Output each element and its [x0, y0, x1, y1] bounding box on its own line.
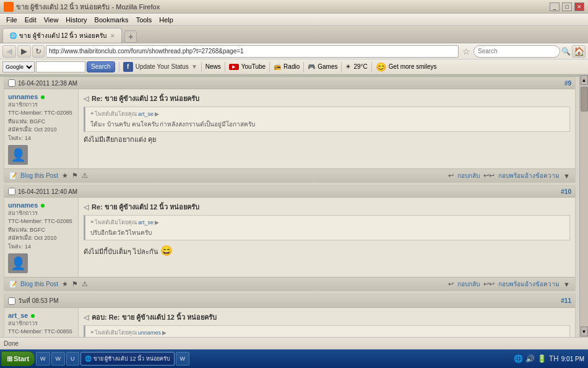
- post-title: ◁ คอบ: Re: ขาย คู้ข้างแต้ป 12 นิ้ว หน่อย…: [84, 312, 570, 323]
- separator-7: [371, 62, 372, 72]
- more-options-icon[interactable]: ▼: [563, 172, 570, 180]
- forum-area: 16-04-2011 12:38 AM #9 unnames สมาชิกถาว…: [0, 77, 579, 337]
- menu-view[interactable]: View: [40, 15, 63, 25]
- menu-history[interactable]: History: [62, 15, 90, 25]
- bookmark-star-icon[interactable]: ☆: [460, 45, 472, 58]
- reply-link[interactable]: กอบกลับ: [457, 171, 480, 180]
- new-tab-button[interactable]: +: [124, 30, 137, 43]
- user-posts-label: โพสะ: 14: [8, 134, 74, 143]
- browser-window: ขาย ผู้ช้างแต้ป 12 นิ้ว หน่อยครับ - Mozi…: [0, 0, 588, 368]
- volume-icon: 🔊: [525, 354, 535, 363]
- refresh-button[interactable]: ↻: [32, 45, 45, 58]
- report-icon[interactable]: ⚠: [82, 172, 88, 180]
- games-label[interactable]: Games: [318, 63, 337, 70]
- username[interactable]: art_se: [8, 312, 28, 319]
- username[interactable]: unnames: [8, 93, 38, 100]
- minimize-button[interactable]: _: [550, 2, 560, 11]
- user-joined-label: สมัครเมื่อ: Oct 2010: [8, 234, 74, 243]
- taskbar-btn-2[interactable]: W: [51, 352, 66, 366]
- post-body: art_se สมาชิกถาวร TTC-Member: TTC-00855 …: [4, 308, 575, 337]
- taskbar-btn-icon-5: W: [180, 356, 186, 362]
- post-sidebar: unnames สมาชิกถาวร TTC-Member: TTC-02085…: [4, 198, 79, 277]
- scroll-down-button[interactable]: ▼: [581, 326, 588, 336]
- user-member-id: TTC-Member: TTC-00855: [8, 328, 74, 336]
- active-tab[interactable]: 🌐 ขาย ผู้ช้างแต้ป 12 นิ้ว หน่อยครับ ✕: [2, 28, 122, 43]
- update-status-link[interactable]: Update Your Status: [136, 63, 189, 70]
- system-tray: 🌐 🔊 🔋 TH 9:01 PM: [514, 354, 587, 363]
- post-select-checkbox[interactable]: [8, 79, 15, 87]
- separator-5: [303, 62, 304, 72]
- close-button[interactable]: ✕: [574, 2, 584, 11]
- quote-header: ❝ โพสต์เดิมโดยคุณ unnames ▶: [90, 328, 564, 337]
- post-main: ◁ Re: ขาย คู้ข้างแต้ป 12 นิ้ว หน่อยครับ …: [79, 89, 575, 169]
- home-button[interactable]: 🏠: [572, 45, 586, 58]
- flag-icon[interactable]: ⚑: [72, 280, 78, 288]
- url-bar[interactable]: [46, 45, 459, 58]
- user-team: ทีมแฟน: BGFC: [8, 226, 74, 235]
- search-input[interactable]: [473, 45, 560, 58]
- taskbar-firefox-btn[interactable]: 🌐 ขาย ผู้ช้างแต้ป 12 นิ้ว หน่อยครับ: [80, 352, 175, 366]
- menu-tools[interactable]: Tools: [132, 15, 156, 25]
- menu-file[interactable]: File: [2, 15, 21, 25]
- more-smileys-label[interactable]: Get more smileys: [389, 63, 437, 70]
- post-title: ◁ Re: ขาย คู้ข้างแต้ป 12 นิ้ว หน่อยครับ: [84, 93, 570, 104]
- post-header: 16-04-2011 12:40 AM #10: [4, 186, 575, 198]
- report-icon[interactable]: ⚠: [82, 280, 88, 288]
- scroll-thumb[interactable]: [581, 87, 588, 112]
- scroll-up-button[interactable]: ▲: [581, 75, 588, 85]
- taskbar-btn-5[interactable]: W: [176, 352, 190, 366]
- news-label[interactable]: News: [205, 63, 221, 70]
- toolbar-search-button[interactable]: Search: [87, 61, 115, 72]
- page-scroll-area[interactable]: 16-04-2011 12:38 AM #9 unnames สมาชิกถาว…: [0, 74, 579, 337]
- username[interactable]: unnames: [8, 201, 38, 209]
- scrollbar[interactable]: ▲ ▼: [579, 74, 588, 337]
- more-options-icon[interactable]: ▼: [563, 281, 570, 288]
- youtube-label[interactable]: YouTube: [241, 63, 266, 70]
- reply-quote-link[interactable]: กอบพร้อมอ้างข้อความ: [498, 171, 560, 180]
- post-select-checkbox[interactable]: [8, 188, 15, 195]
- smiley-icon: 😊: [376, 62, 386, 72]
- user-role: สมาชิกถาวร: [8, 319, 74, 328]
- maximize-button[interactable]: □: [562, 2, 572, 11]
- reply-link[interactable]: กอบกลับ: [457, 279, 480, 289]
- tab-close-icon[interactable]: ✕: [110, 33, 115, 39]
- menu-bookmarks[interactable]: Bookmarks: [91, 15, 132, 25]
- blog-this-post-icon: 📝: [9, 172, 17, 179]
- post-select-checkbox[interactable]: [8, 297, 15, 305]
- username-area: unnames: [8, 201, 74, 209]
- post-main: ◁ Re: ขาย คู้ข้างแต้ป 12 นิ้ว หน่อยครับ …: [79, 198, 575, 277]
- taskbar-btn-icon-1: W: [40, 356, 46, 362]
- blog-this-post-link[interactable]: Blog this Post: [20, 281, 58, 287]
- taskbar-btn-1[interactable]: W: [36, 352, 50, 366]
- post-header: 16-04-2011 12:38 AM #9: [4, 77, 575, 89]
- star-icon[interactable]: ★: [62, 172, 68, 180]
- flag-icon[interactable]: ⚑: [72, 172, 78, 180]
- quote-author: art_se: [138, 219, 153, 226]
- post-date: 16-04-2011 12:38 AM: [18, 80, 77, 87]
- back-button[interactable]: ◀: [2, 45, 16, 58]
- status-bar: Done: [0, 337, 588, 349]
- separator-3: [225, 62, 225, 72]
- radio-label[interactable]: Radio: [283, 63, 300, 70]
- avatar: 👤: [8, 145, 28, 165]
- search-engine-select[interactable]: Google: [2, 61, 35, 72]
- menu-help[interactable]: Help: [155, 15, 177, 25]
- start-button[interactable]: ⊞ Start: [1, 351, 35, 366]
- reply-arrow-icon: ↩: [448, 172, 454, 180]
- toolbar-search-area: Google Search: [2, 61, 115, 72]
- forward-button[interactable]: ▶: [17, 45, 31, 58]
- toolbar-search-field[interactable]: [36, 61, 85, 72]
- reply-icon: ◁: [84, 203, 89, 211]
- taskbar-btn-3[interactable]: U: [66, 352, 79, 366]
- reply-quote-link[interactable]: กอบพร้อมอ้างข้อความ: [498, 279, 560, 289]
- menu-edit[interactable]: Edit: [21, 15, 40, 25]
- search-go-icon[interactable]: 🔍: [561, 47, 571, 56]
- user-member-id: TTC-Member: TTC-02085: [8, 217, 74, 226]
- blog-this-post-icon: 📝: [9, 281, 17, 287]
- quote-box: ❝ โพสต์เดิมโดยคุณ art_se ▶ ปรับอีกนิดวัด…: [84, 215, 570, 240]
- firefox-taskbar-icon: 🌐: [85, 356, 92, 362]
- star-icon[interactable]: ★: [62, 280, 68, 288]
- blog-this-post-link[interactable]: Blog this Post: [20, 172, 58, 179]
- taskbar-window-label: ขาย ผู้ช้างแต้ป 12 นิ้ว หน่อยครับ: [93, 354, 170, 363]
- post-block: 16-04-2011 12:40 AM #10 unnames สมาชิกถา…: [4, 185, 576, 291]
